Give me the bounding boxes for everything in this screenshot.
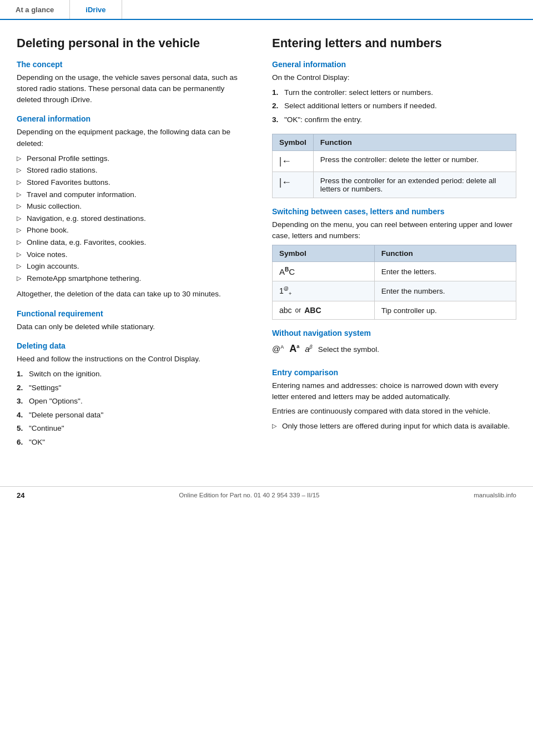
nav-sym-3: aβ [305,344,313,354]
step-item: Turn the controller: select letters or n… [272,87,516,99]
nav-symbols: @A Aa aβ Select the symbol. [272,343,516,359]
symbol-cell: |← [273,150,314,172]
concept-text: Depending on the usage, the vehicle save… [17,72,250,106]
bullet-item: Stored Favorites buttons. [17,177,250,189]
step-item: "Delete personal data" [17,409,250,421]
right-column: Entering letters and numbers General inf… [272,36,516,453]
concept-heading: The concept [17,60,250,69]
symbol-cell: ABC [273,262,375,281]
step-item: Open "Options". [17,395,250,407]
bullet-item: Online data, e.g. Favorites, cookies. [17,236,250,249]
table-row: 1@+ Enter the numbers. [273,281,516,301]
table-row: |← Press the controller: delete the lett… [273,150,516,172]
bullet-item: Personal Profile settings. [17,153,250,165]
without-nav-text: Select the symbol. [318,344,379,355]
nav-idrive[interactable]: iDrive [70,0,122,19]
bullet-item: RemoteApp smartphone tethering. [17,273,250,285]
symbol-table-delete: Symbol Function |← Press the controller:… [272,134,516,198]
general-info-left-heading: General information [17,114,250,123]
function-cell: Press the controller for an extended per… [313,172,516,198]
page-number: 24 [17,491,24,500]
function-cell: Enter the letters. [374,262,516,281]
page-content: Deleting personal in the vehicle The con… [0,20,533,475]
functional-req-text: Data can only be deleted while stationar… [17,321,250,332]
symbol-col-header: Symbol [273,134,314,150]
bullet-item: Login accounts. [17,260,250,273]
bullet-item: Music collection. [17,200,250,213]
table-row: |← Press the controller for an extended … [273,172,516,198]
page-footer: 24 Online Edition for Part no. 01 40 2 9… [0,486,533,504]
symbol-col-header: Symbol [273,245,375,262]
general-info-right-heading: General information [272,60,516,69]
right-main-title: Entering letters and numbers [272,36,516,51]
function-col-header: Function [313,134,516,150]
functional-req-heading: Functional requirement [17,309,250,318]
step-item: "OK" [17,436,250,448]
bullet-item: Stored radio stations. [17,164,250,177]
bullet-item: Voice notes. [17,249,250,261]
function-cell: Press the controller: delete the letter … [313,150,516,172]
nav-at-a-glance[interactable]: At a glance [0,0,70,19]
abc-super-icon: ABC [279,267,295,276]
function-cell: Tip controller up. [374,301,516,320]
deleting-data-heading: Deleting data [17,341,250,350]
left-column: Deleting personal in the vehicle The con… [17,36,250,453]
table-row: ABC Enter the letters. [273,262,516,281]
nav-idrive-label: iDrive [86,6,105,14]
top-navigation: At a glance iDrive [0,0,533,20]
abc-abc-icon: abc or ABC [279,306,368,315]
nav-sym-1: @A [272,344,284,354]
general-info-footer: Altogether, the deletion of the data can… [17,289,250,300]
entry-comparison-text1: Entering names and addresses: choice is … [272,380,516,403]
general-info-right-steps: Turn the controller: select letters or n… [272,87,516,126]
step-item: "OK": confirm the entry. [272,114,516,126]
footer-text: Online Edition for Part no. 01 40 2 954 … [179,492,319,498]
bullet-item: Travel and computer information. [17,189,250,201]
step-item: Select additional letters or numbers if … [272,100,516,112]
switching-intro: Depending on the menu, you can reel betw… [272,219,516,242]
step-item: "Settings" [17,382,250,394]
bullet-item: Navigation, e.g. stored destinations. [17,213,250,225]
symbol-cell: 1@+ [273,281,375,301]
nav-at-a-glance-label: At a glance [16,6,54,14]
deleting-data-steps: Switch on the ignition. "Settings" Open … [17,368,250,448]
step-item: Switch on the ignition. [17,368,250,380]
symbol-cell: abc or ABC [273,301,375,320]
without-nav-section: @A Aa aβ Select the symbol. [272,343,516,359]
entry-comparison-heading: Entry comparison [272,368,516,377]
deleting-data-intro: Heed and follow the instructions on the … [17,354,250,365]
left-main-title: Deleting personal in the vehicle [17,36,250,51]
one-at-icon: 1@+ [279,286,291,296]
function-col-header: Function [374,245,516,262]
bullet-item: Phone book. [17,224,250,236]
nav-sym-2: Aa [289,343,299,355]
general-info-bullets: Personal Profile settings. Stored radio … [17,153,250,285]
entry-comparison-bullets: Only those letters are offered during in… [272,420,516,432]
symbol-cell: |← [273,172,314,198]
without-nav-heading: Without navigation system [272,329,516,337]
step-item: "Continue" [17,422,250,435]
switching-heading: Switching between cases, letters and num… [272,207,516,216]
entry-comparison-text2: Entries are continuously compared with d… [272,406,516,417]
symbol-table-cases: Symbol Function ABC Enter the letters. 1… [272,245,516,320]
general-info-intro: Depending on the equipment package, the … [17,127,250,149]
delete-all-icon: |← [279,177,291,188]
footer-right-text: manualslib.info [474,492,516,498]
table-row: abc or ABC Tip controller up. [273,301,516,320]
bullet-item: Only those letters are offered during in… [272,420,516,432]
general-info-right-intro: On the Control Display: [272,72,516,83]
delete-single-icon: |← [279,155,291,167]
function-cell: Enter the numbers. [374,281,516,301]
